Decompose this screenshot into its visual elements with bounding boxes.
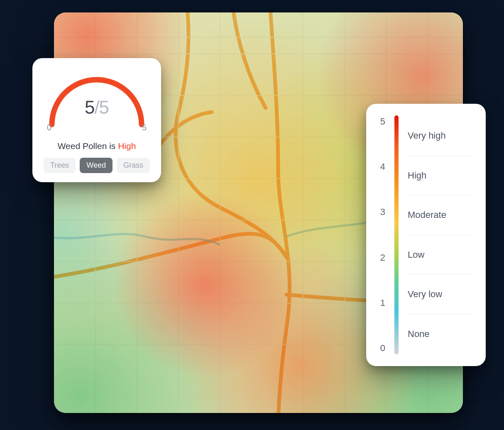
pollen-type-tabs: Trees Weed Grass	[42, 158, 151, 173]
tab-grass[interactable]: Grass	[117, 158, 150, 173]
legend-value-0: 0	[380, 343, 385, 354]
legend-numbers: 5 4 3 2 1 0	[375, 114, 385, 356]
tab-weed[interactable]: Weed	[80, 158, 113, 173]
legend-label-moderate: Moderate	[408, 210, 446, 220]
legend-value-5: 5	[380, 116, 385, 127]
legend-card: 5 4 3 2 1 0 Very high High Moderate Low …	[366, 104, 486, 366]
status-level: High	[118, 141, 136, 151]
legend-label-none: None	[408, 329, 430, 340]
gauge-scale-min: 0	[47, 123, 51, 132]
legend-label-low: Low	[408, 249, 424, 260]
gauge-scale-max: 5	[142, 123, 147, 132]
legend-value-1: 1	[380, 298, 385, 308]
gauge-max: /5	[94, 97, 109, 117]
gauge-value-number: 5	[85, 97, 94, 117]
legend-label-high: High	[408, 170, 426, 181]
pollen-gauge-card: 5/5 0 5 Weed Pollen is High Trees Weed G…	[32, 58, 161, 182]
legend-gradient-bar	[394, 115, 399, 354]
legend-label-very-low: Very low	[408, 289, 442, 300]
pollen-gauge: 5/5 0 5	[43, 70, 151, 132]
tab-trees[interactable]: Trees	[44, 158, 76, 173]
legend-value-4: 4	[380, 161, 385, 172]
status-prefix: Weed Pollen is	[58, 141, 118, 151]
pollen-status-text: Weed Pollen is High	[42, 141, 151, 151]
legend-value-2: 2	[380, 252, 385, 263]
gauge-value: 5/5	[43, 97, 151, 118]
legend-label-very-high: Very high	[408, 130, 446, 141]
legend-labels: Very high High Moderate Low Very low Non…	[408, 114, 475, 356]
legend-value-3: 3	[380, 207, 385, 217]
